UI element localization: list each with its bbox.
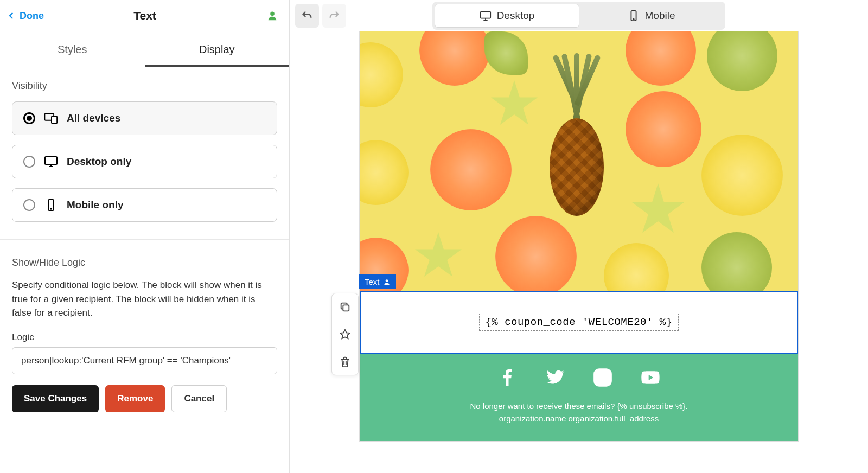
canvas-toolbar: Desktop Mobile bbox=[290, 0, 868, 31]
svg-point-8 bbox=[633, 18, 634, 19]
fruit-slice bbox=[626, 91, 701, 167]
fruit-slice bbox=[360, 42, 403, 107]
logic-description: Specify conditional logic below. The blo… bbox=[12, 278, 277, 320]
undo-icon bbox=[301, 10, 313, 22]
block-tag-label: Text bbox=[365, 277, 380, 286]
svg-rect-3 bbox=[45, 157, 57, 164]
editor-side-panel: Done Text Styles Display Visibility All … bbox=[0, 0, 290, 473]
panel-tabs: Styles Display bbox=[0, 31, 289, 67]
tab-label: Mobile bbox=[645, 10, 675, 22]
user-icon[interactable] bbox=[266, 10, 278, 22]
instagram-icon[interactable] bbox=[592, 367, 614, 388]
fruit-slice bbox=[707, 31, 777, 91]
svg-point-12 bbox=[599, 374, 606, 381]
logic-field-label: Logic bbox=[12, 332, 277, 343]
option-label: Desktop only bbox=[67, 156, 131, 168]
fruit-slice bbox=[701, 135, 783, 216]
favorite-button[interactable] bbox=[332, 321, 358, 348]
footer-unsubscribe: No longer want to receive these emails? … bbox=[371, 400, 787, 413]
email-preview: Text {% coupon_code 'WELCOME20' %} bbox=[359, 31, 799, 442]
remove-button[interactable]: Remove bbox=[105, 385, 165, 412]
tab-display[interactable]: Display bbox=[145, 31, 290, 67]
fruit-slice bbox=[701, 232, 772, 291]
desktop-icon bbox=[44, 155, 58, 168]
visibility-all-devices[interactable]: All devices bbox=[12, 101, 277, 135]
option-label: Mobile only bbox=[67, 199, 124, 211]
canvas-area: Desktop Mobile bbox=[290, 0, 868, 473]
mobile-icon bbox=[44, 199, 58, 212]
visibility-section: Visibility All devices Desktop only Mobi… bbox=[0, 67, 289, 235]
starfruit bbox=[631, 183, 685, 238]
cancel-button[interactable]: Cancel bbox=[171, 385, 227, 412]
save-button[interactable]: Save Changes bbox=[12, 385, 99, 412]
coupon-code-tag: {% coupon_code 'WELCOME20' %} bbox=[479, 314, 678, 331]
visibility-desktop-only[interactable]: Desktop only bbox=[12, 145, 277, 178]
visibility-options: All devices Desktop only Mobile only bbox=[12, 101, 277, 222]
logic-heading: Show/Hide Logic bbox=[12, 257, 277, 269]
duplicate-button[interactable] bbox=[332, 293, 358, 321]
panel-header: Done Text bbox=[0, 0, 289, 31]
copy-icon bbox=[339, 301, 351, 313]
svg-point-9 bbox=[385, 279, 388, 282]
fruit-slice bbox=[484, 31, 528, 75]
svg-point-5 bbox=[50, 208, 52, 209]
star-icon bbox=[339, 329, 351, 341]
svg-rect-6 bbox=[480, 11, 490, 18]
desktop-icon bbox=[480, 10, 492, 22]
option-label: All devices bbox=[67, 112, 120, 124]
visibility-heading: Visibility bbox=[12, 80, 277, 92]
svg-rect-10 bbox=[343, 305, 349, 311]
fruit-slice bbox=[495, 216, 577, 291]
footer-block[interactable]: No longer want to receive these emails? … bbox=[360, 354, 798, 441]
redo-button[interactable] bbox=[322, 4, 346, 28]
canvas-viewport: Text {% coupon_code 'WELCOME20' %} bbox=[290, 31, 868, 473]
radio-indicator bbox=[23, 199, 35, 211]
fruit-slice bbox=[626, 31, 696, 86]
section-divider bbox=[0, 239, 289, 240]
fruit-slice bbox=[360, 140, 409, 205]
device-tab-desktop[interactable]: Desktop bbox=[435, 4, 579, 28]
twitter-icon[interactable] bbox=[544, 367, 566, 388]
mobile-icon bbox=[628, 10, 640, 22]
block-type-tag: Text bbox=[359, 274, 396, 289]
logic-section: Show/Hide Logic Specify conditional logi… bbox=[0, 244, 289, 425]
device-preview-tabs: Desktop Mobile bbox=[432, 2, 725, 30]
devices-icon bbox=[44, 112, 58, 125]
text-block-content[interactable]: {% coupon_code 'WELCOME20' %} bbox=[360, 291, 798, 354]
footer-org-info: organization.name organization.full_addr… bbox=[371, 413, 787, 425]
user-icon bbox=[383, 278, 391, 286]
facebook-icon[interactable] bbox=[496, 367, 518, 388]
pineapple bbox=[544, 53, 609, 227]
fruit-slice bbox=[419, 31, 490, 86]
starfruit bbox=[490, 80, 539, 129]
svg-rect-2 bbox=[52, 116, 57, 123]
arrow-left-icon bbox=[7, 11, 16, 21]
hero-image-block[interactable] bbox=[360, 31, 798, 291]
radio-indicator bbox=[23, 112, 35, 124]
starfruit bbox=[414, 232, 463, 281]
youtube-icon[interactable] bbox=[640, 367, 661, 388]
done-label: Done bbox=[20, 10, 44, 22]
done-button[interactable]: Done bbox=[7, 10, 44, 22]
selected-text-block: Text {% coupon_code 'WELCOME20' %} bbox=[360, 291, 798, 354]
undo-button[interactable] bbox=[295, 4, 319, 28]
logic-input[interactable] bbox=[12, 347, 277, 374]
trash-icon bbox=[339, 356, 351, 368]
fruit-slice bbox=[430, 129, 512, 210]
radio-indicator bbox=[23, 156, 35, 168]
social-links-row bbox=[371, 367, 787, 388]
redo-icon bbox=[328, 10, 340, 22]
visibility-mobile-only[interactable]: Mobile only bbox=[12, 188, 277, 222]
block-action-tray bbox=[331, 293, 359, 375]
delete-button[interactable] bbox=[332, 348, 358, 375]
tab-label: Desktop bbox=[497, 10, 535, 22]
svg-point-0 bbox=[270, 11, 275, 16]
logic-actions: Save Changes Remove Cancel bbox=[12, 385, 277, 412]
device-tab-mobile[interactable]: Mobile bbox=[579, 4, 723, 28]
svg-point-13 bbox=[607, 372, 609, 373]
tab-styles[interactable]: Styles bbox=[0, 31, 145, 67]
fruit-slice bbox=[604, 243, 669, 291]
